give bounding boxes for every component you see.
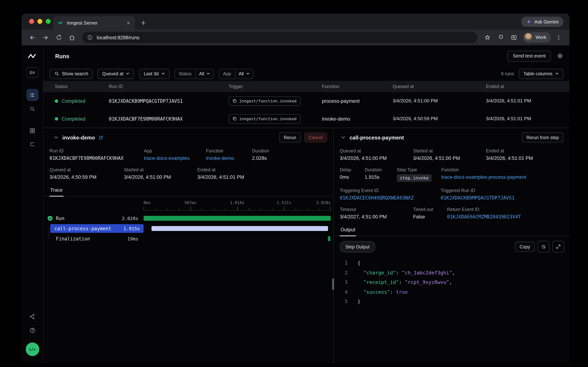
forward-icon	[42, 34, 49, 41]
trigger-badge[interactable]: inngest/function.invoked	[229, 96, 300, 106]
step-output-toggle[interactable]: Step Output	[340, 241, 375, 252]
app-link[interactable]: trace-docs-examples	[144, 155, 206, 161]
send-test-event-button[interactable]: Send test event	[508, 50, 551, 61]
sidebar-item-functions[interactable]	[26, 138, 38, 150]
app-filter-label: App	[219, 69, 235, 78]
panel-resize-handle[interactable]	[332, 279, 334, 290]
step-output-code[interactable]: 1{ 2 "charge_id": "ch_1abc2def3ghi", 3 "…	[334, 252, 570, 306]
browser-menu-button[interactable]	[553, 31, 565, 44]
field-return-event-id: Return Event ID 01KJXDAE66CMZMB28439023V…	[447, 207, 521, 220]
cancel-button[interactable]: Cancel	[304, 132, 327, 142]
minimize-window-button[interactable]	[37, 19, 42, 24]
expand-output-button[interactable]	[553, 241, 564, 252]
reload-icon	[55, 34, 62, 41]
url-bar[interactable]: localhost:8288/runs	[82, 32, 477, 43]
plus-icon	[140, 19, 146, 26]
external-link-icon[interactable]	[98, 135, 104, 140]
show-search-button[interactable]: Show search	[50, 68, 93, 79]
runs-count: 9 runs	[501, 71, 514, 76]
trigger-badge[interactable]: inngest/function.invoked	[229, 114, 300, 124]
field-step-type: Step Type step.invoke	[397, 167, 441, 182]
tab-close-icon[interactable]: ×	[126, 20, 131, 26]
triggered-run-id-link[interactable]: 01KJXDACKB9MPQACGTDP7JAVS1	[440, 195, 514, 200]
return-event-id-link[interactable]: 01KJXDAE66CMZMB28439023V4T	[447, 214, 521, 219]
status-filter-value: All	[199, 71, 204, 76]
table-row[interactable]: Completed 01KJXDACKB9MPQACGTDP7JAVS1 inn…	[43, 92, 570, 110]
field-function: Function trace-docs-examples-process-pay…	[441, 167, 526, 182]
ended-at: 3/4/2026, 4:51:01 PM	[486, 98, 570, 103]
run-detail-split: invoke-demo Rerun Cancel Run ID 01KJXDAC…	[43, 128, 570, 364]
wrap-lines-button[interactable]	[538, 241, 549, 252]
function-link[interactable]: invoke-demo	[206, 155, 252, 161]
tick-label: 0ms	[144, 200, 151, 205]
field-queued-at: Queued at 3/4/2026, 4:50:59 PM	[50, 167, 124, 180]
column-trigger: Trigger	[229, 84, 322, 89]
settings-button[interactable]	[554, 50, 566, 61]
environment-badge[interactable]: DV	[26, 67, 38, 78]
trace-bar-step[interactable]	[152, 226, 328, 231]
field-triggered-run-id: Triggered Run ID 01KJXDACKB9MPQACGTDP7JA…	[440, 188, 514, 201]
url-text: localhost:8288/runs	[97, 34, 475, 40]
browser-tab-inngest-server[interactable]: Inngest Server ×	[53, 16, 135, 29]
expand-icon	[555, 244, 561, 250]
tab-trace[interactable]: Trace	[50, 185, 63, 196]
extensions-button[interactable]	[494, 31, 507, 44]
page-header: Runs Send test event	[43, 45, 570, 66]
copy-button[interactable]: Copy	[515, 242, 535, 252]
sidebar-item-events[interactable]	[26, 103, 38, 115]
field-app: App trace-docs-examples	[144, 148, 206, 161]
rerun-button[interactable]: Rerun	[279, 132, 301, 142]
queued-at-dropdown[interactable]: Queued at	[98, 68, 134, 79]
field-delay: Delay 0ms	[340, 167, 364, 182]
browser-tab-strip: Inngest Server × Ask Gemini	[21, 14, 570, 29]
trace-bar-finalization[interactable]	[328, 236, 330, 241]
zoom-window-button[interactable]	[46, 19, 50, 24]
function-link[interactable]: trace-docs-examples-process-payment	[441, 174, 526, 180]
trace-row-call-process-payment[interactable]: call-process-payment 1.915s	[43, 223, 333, 234]
bookmark-button[interactable]	[481, 31, 494, 44]
browser-profile-button[interactable]: Work	[523, 32, 551, 43]
new-tab-button[interactable]	[138, 17, 149, 28]
selected-step-highlight[interactable]: call-process-payment 1.915s	[50, 224, 143, 233]
tab-output[interactable]: Output	[340, 225, 356, 236]
close-window-button[interactable]	[29, 19, 34, 24]
trace-row-run[interactable]: Run 2.028s	[43, 213, 333, 223]
run-detail-panel: invoke-demo Rerun Cancel Run ID 01KJXDAC…	[43, 128, 334, 364]
sidebar-item-runs[interactable]	[26, 89, 38, 101]
reload-button[interactable]	[53, 31, 65, 44]
status-filter[interactable]: Status All	[174, 68, 214, 79]
step-detail-panel: call-process-payment Rerun from step Que…	[334, 128, 570, 364]
run-title: invoke-demo	[62, 134, 95, 140]
app-filter[interactable]: App All	[219, 68, 254, 79]
trace-timeline-ruler: 0ms 507ms 1.014s 1.521s 2.028s	[43, 200, 333, 210]
sidebar-help-button[interactable]	[26, 324, 38, 336]
sidebar-item-apps[interactable]	[26, 124, 38, 137]
trace-bar-run[interactable]	[144, 216, 331, 221]
rerun-from-step-button[interactable]: Rerun from step	[522, 132, 563, 142]
event-search-icon	[29, 106, 35, 112]
check-circle-icon	[47, 216, 53, 221]
table-row[interactable]: Completed 01KJXDACBF7E98M00RAFCK9HAX inn…	[43, 110, 570, 128]
collapse-chevron-icon[interactable]	[53, 134, 59, 140]
trace-row-finalization[interactable]: Finalization 19ms	[43, 234, 333, 244]
wrap-text-icon	[541, 244, 546, 250]
run-id: 01KJXDACKB9MPQACGTDP7JAVS1	[109, 98, 229, 104]
column-status: Status	[55, 84, 109, 89]
status-text: Completed	[62, 98, 85, 104]
chevron-down-icon	[126, 72, 130, 76]
dev-tools-button[interactable]: </>	[25, 342, 39, 356]
forward-button[interactable]	[39, 31, 52, 44]
home-button[interactable]	[66, 31, 78, 44]
sidebar-share-button[interactable]	[26, 310, 38, 322]
time-range-dropdown[interactable]: Last 3d	[139, 68, 170, 79]
collapse-chevron-icon[interactable]	[340, 134, 346, 140]
triggering-event-id-link[interactable]: 01KJXDACEC6H49QRQXWEA93NXZ	[340, 195, 440, 200]
tab-title: Inngest Server	[67, 20, 122, 25]
side-panel-button[interactable]	[507, 31, 520, 44]
back-button[interactable]	[26, 31, 39, 44]
tick-label: 2.028s	[316, 200, 331, 205]
step-title: call-process-payment	[350, 134, 404, 140]
ask-gemini-button[interactable]: Ask Gemini	[521, 17, 563, 27]
table-columns-dropdown[interactable]: Table columns	[519, 68, 563, 79]
status-filter-label: Status	[175, 69, 196, 78]
